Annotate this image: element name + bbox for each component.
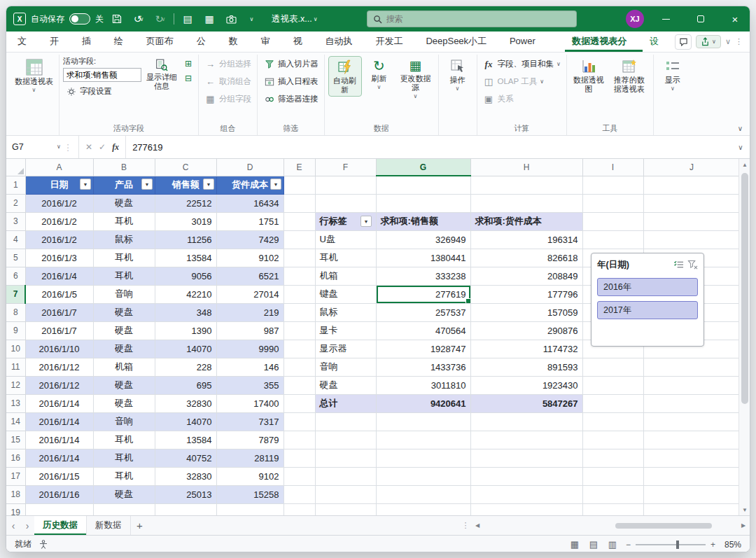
search-input[interactable] — [386, 14, 570, 24]
cell-C18[interactable]: 25013 — [155, 485, 216, 503]
cell-I12[interactable] — [582, 376, 643, 394]
cell-D2[interactable]: 16434 — [216, 194, 284, 212]
cell-E18[interactable] — [284, 485, 315, 503]
cell-H4[interactable]: 196314 — [470, 230, 582, 249]
insert-timeline-button[interactable]: 插入日程表 — [261, 74, 321, 90]
cell-A10[interactable]: 2016/1/10 — [25, 340, 93, 358]
cell-G4[interactable]: 326949 — [376, 230, 470, 249]
cell-E2[interactable] — [284, 194, 315, 212]
cell-H5[interactable]: 826618 — [470, 249, 582, 267]
cell-F10[interactable]: 显示器 — [315, 340, 376, 358]
zoom-out-icon[interactable]: − — [626, 540, 631, 550]
col-header-J[interactable]: J — [643, 159, 740, 176]
row-header-11[interactable]: 11 — [6, 358, 25, 376]
cell-J19[interactable] — [643, 503, 740, 515]
cell-J3[interactable] — [643, 212, 740, 230]
cell-D7[interactable]: 27014 — [216, 285, 284, 303]
scrollbar-splitter-icon[interactable]: ⋮ — [460, 516, 471, 535]
cell-J17[interactable] — [643, 467, 740, 485]
cell-D18[interactable]: 15258 — [216, 485, 284, 503]
cell-H10[interactable]: 1174732 — [470, 340, 582, 358]
scroll-down-icon[interactable]: ▼ — [739, 504, 750, 515]
sheet-nav-prev-icon[interactable]: ‹ — [6, 516, 20, 535]
zoom-in-icon[interactable]: + — [710, 540, 715, 550]
cell-G13[interactable]: 9420641 — [376, 394, 470, 412]
share-button[interactable]: ∨ — [696, 35, 721, 48]
page-break-view-icon[interactable]: ▥ — [606, 539, 619, 550]
row-header-9[interactable]: 9 — [6, 321, 25, 340]
cell-B12[interactable]: 硬盘 — [93, 376, 155, 394]
slicer-item[interactable]: 2016年 — [597, 278, 698, 296]
expand-formula-bar-icon[interactable]: ∨ — [732, 136, 750, 158]
cell-E17[interactable] — [284, 467, 315, 485]
collapse-ribbon-icon[interactable]: ∨ — [738, 125, 743, 132]
cell-F1[interactable] — [315, 176, 376, 194]
cell-C14[interactable]: 14070 — [155, 412, 216, 431]
insert-function-icon[interactable]: fx — [112, 142, 119, 153]
row-header-1[interactable]: 1 — [6, 176, 25, 194]
row-header-16[interactable]: 16 — [6, 449, 25, 467]
row-header-7[interactable]: 7 — [6, 285, 25, 303]
ribbon-tab-DeepSeek小工具[interactable]: DeepSeek小工具 — [419, 32, 503, 52]
ribbon-tab-数据[interactable]: 数据 — [222, 32, 254, 52]
ribbon-tab-Power Pivot[interactable]: Power Pivot — [503, 32, 565, 52]
ungroup-button[interactable]: ←取消组合 — [202, 74, 253, 90]
cell-A14[interactable]: 2016/1/14 — [25, 412, 93, 431]
cell-C11[interactable]: 228 — [155, 358, 216, 376]
qat-menu-icon[interactable]: ∨ — [244, 10, 261, 28]
scroll-left-icon[interactable]: ◀ — [472, 522, 482, 529]
ribbon-tab-绘图[interactable]: 绘图 — [107, 32, 139, 52]
cell-F4[interactable]: U盘 — [315, 230, 376, 249]
row-header-19[interactable]: 19 — [6, 503, 25, 515]
cell-C12[interactable]: 695 — [155, 376, 216, 394]
cell-E13[interactable] — [284, 394, 315, 412]
cell-D13[interactable]: 17400 — [216, 394, 284, 412]
cell-B9[interactable]: 硬盘 — [93, 321, 155, 340]
cell-C5[interactable]: 13584 — [155, 249, 216, 267]
cell-F19[interactable] — [315, 503, 376, 515]
cell-H2[interactable] — [470, 194, 582, 212]
ribbon-tab-审阅[interactable]: 审阅 — [254, 32, 286, 52]
cell-C13[interactable]: 32830 — [155, 394, 216, 412]
cell-J13[interactable] — [643, 394, 740, 412]
cell-H13[interactable]: 5847267 — [470, 394, 582, 412]
cell-J1[interactable] — [643, 176, 740, 194]
cell-G10[interactable]: 1928747 — [376, 340, 470, 358]
row-header-3[interactable]: 3 — [6, 212, 25, 230]
cell-E4[interactable] — [284, 230, 315, 249]
cell-E15[interactable] — [284, 431, 315, 449]
field-settings-button[interactable]: 字段设置 — [63, 83, 141, 99]
filter-dropdown-icon-row-labels[interactable]: ▼ — [360, 216, 372, 227]
cell-D14[interactable]: 7317 — [216, 412, 284, 431]
save-icon[interactable] — [108, 10, 125, 28]
cell-B19[interactable] — [93, 503, 155, 515]
ribbon-options-icon[interactable]: ∨ — [725, 37, 731, 46]
cell-I3[interactable] — [582, 212, 643, 230]
cell-I13[interactable] — [582, 394, 643, 412]
cell-A18[interactable]: 2016/1/16 — [25, 485, 93, 503]
cell-G17[interactable] — [376, 467, 470, 485]
cell-B13[interactable]: 硬盘 — [93, 394, 155, 412]
normal-view-icon[interactable]: ▦ — [568, 539, 581, 550]
cell-E1[interactable] — [284, 176, 315, 194]
cancel-icon[interactable]: ✕ — [85, 142, 92, 152]
cell-G2[interactable] — [376, 194, 470, 212]
cell-B11[interactable]: 机箱 — [93, 358, 155, 376]
enter-icon[interactable]: ✓ — [99, 142, 106, 152]
cell-I4[interactable] — [582, 230, 643, 249]
cell-B16[interactable]: 耳机 — [93, 449, 155, 467]
ribbon-tab-插入[interactable]: 插入 — [75, 32, 107, 52]
filter-connections-button[interactable]: 筛选器连接 — [261, 91, 321, 107]
maximize-button[interactable] — [686, 6, 715, 32]
close-button[interactable]: × — [720, 6, 750, 32]
cell-J11[interactable] — [643, 358, 740, 376]
cell-D10[interactable]: 9990 — [216, 340, 284, 358]
cell-B6[interactable]: 耳机 — [93, 267, 155, 285]
show-button[interactable]: 显示 ∨ — [657, 56, 688, 93]
cell-F17[interactable] — [315, 467, 376, 485]
row-header-17[interactable]: 17 — [6, 467, 25, 485]
cell-A12[interactable]: 2016/1/12 — [25, 376, 93, 394]
cell-E16[interactable] — [284, 449, 315, 467]
cell-A15[interactable]: 2016/1/14 — [25, 431, 93, 449]
cell-C8[interactable]: 348 — [155, 303, 216, 321]
